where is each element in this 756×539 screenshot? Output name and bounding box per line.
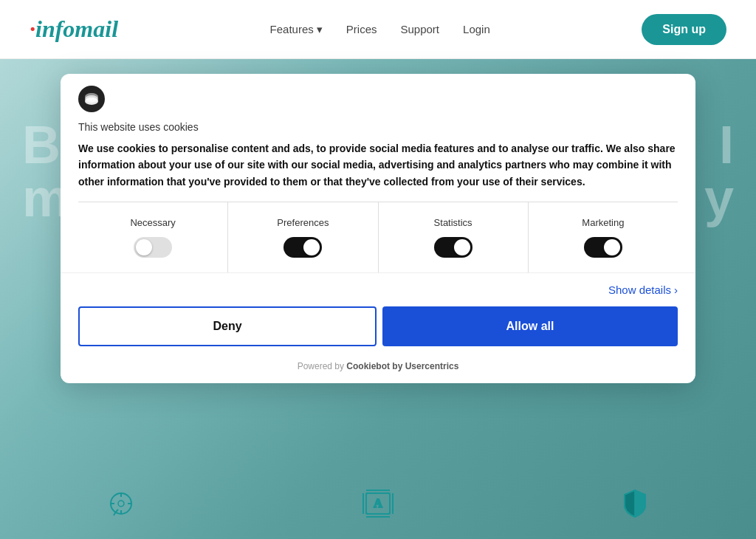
powered-by: Powered by Cookiebot by Usercentrics: [61, 361, 695, 383]
statistics-track: [434, 237, 472, 258]
cookie-modal: This website uses cookies We use cookies…: [61, 74, 695, 383]
allow-all-button[interactable]: Allow all: [382, 306, 678, 346]
show-details-row: Show details ›: [61, 272, 695, 306]
modal-logo-bar: [61, 74, 695, 112]
necessary-toggle[interactable]: [134, 237, 172, 258]
logo: ·infomail: [30, 16, 118, 43]
nav-support[interactable]: Support: [401, 23, 440, 35]
toggle-necessary: Necessary: [78, 202, 228, 272]
modal-title: This website uses cookies: [78, 121, 678, 133]
bg-text-right: Iy: [704, 118, 734, 224]
svg-text:A: A: [374, 497, 382, 509]
action-buttons: Deny Allow all: [61, 306, 695, 361]
preferences-label: Preferences: [277, 217, 329, 228]
necessary-track: [134, 237, 172, 258]
statistics-thumb: [454, 239, 470, 255]
signup-button[interactable]: Sign up: [642, 14, 726, 45]
toggle-preferences: Preferences: [228, 202, 378, 272]
header: ·infomail Features ▾ Prices Support Logi…: [0, 0, 756, 59]
marketing-track: [584, 237, 622, 258]
nav-prices[interactable]: Prices: [346, 23, 377, 35]
navigation: Features ▾ Prices Support Login: [270, 23, 490, 36]
modal-body: This website uses cookies We use cookies…: [61, 112, 695, 272]
show-details-button[interactable]: Show details ›: [608, 284, 678, 296]
cookiebot-logo-icon: [78, 86, 105, 112]
nav-features[interactable]: Features ▾: [270, 23, 323, 36]
necessary-thumb: [136, 239, 152, 255]
statistics-toggle[interactable]: [434, 237, 472, 258]
nav-login[interactable]: Login: [463, 23, 490, 35]
chevron-down-icon: ▾: [317, 23, 323, 36]
marketing-label: Marketing: [582, 217, 624, 228]
ai-brain-icon: [103, 486, 139, 524]
toggles-section: Necessary Preferences: [78, 202, 678, 272]
main-area: Bm Iy This website uses cookies We use c…: [0, 59, 756, 539]
preferences-thumb: [303, 239, 320, 255]
shield-icon: [617, 486, 653, 524]
chevron-right-icon: ›: [674, 284, 678, 296]
toggle-statistics: Statistics: [379, 202, 529, 272]
preferences-track: [284, 237, 322, 258]
marketing-toggle[interactable]: [584, 237, 622, 258]
bottom-icons: A: [0, 486, 756, 524]
toggle-marketing: Marketing: [529, 202, 678, 272]
marketing-thumb: [604, 239, 620, 255]
deny-button[interactable]: Deny: [78, 306, 377, 346]
text-format-icon: A: [360, 486, 396, 524]
statistics-label: Statistics: [434, 217, 472, 228]
preferences-toggle[interactable]: [284, 237, 322, 258]
necessary-label: Necessary: [130, 217, 175, 228]
svg-point-2: [85, 93, 98, 100]
modal-description: We use cookies to personalise content an…: [78, 140, 678, 190]
svg-point-4: [118, 501, 124, 507]
